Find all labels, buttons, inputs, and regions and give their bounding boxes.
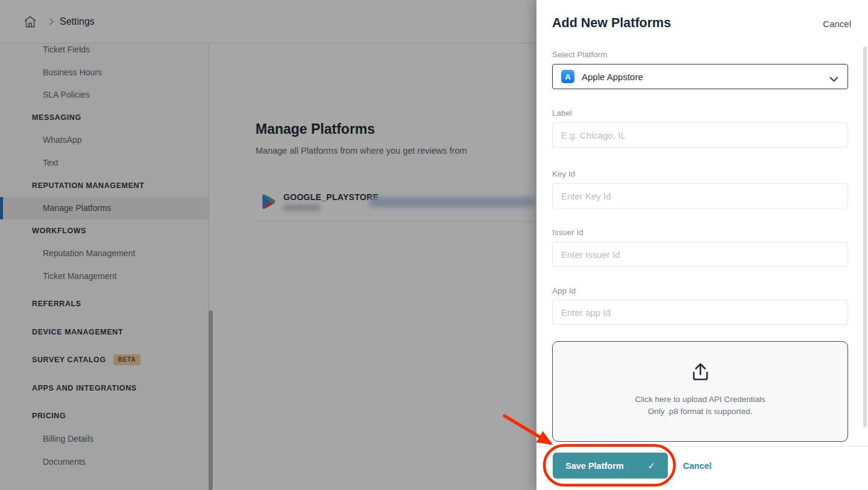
modal-dim-overlay[interactable] xyxy=(0,0,536,490)
label-input[interactable] xyxy=(552,122,848,148)
drawer-title: Add New Platforms xyxy=(552,16,671,31)
check-icon: ✓ xyxy=(647,460,655,471)
app-id-input[interactable] xyxy=(552,300,848,325)
select-platform-label: Select Platform xyxy=(552,50,608,59)
settings-page-background: Settings Ticket Fields Business Hours SL… xyxy=(0,0,536,490)
issuer-id-input[interactable] xyxy=(552,242,848,267)
key-id-field-label: Key Id xyxy=(552,169,575,178)
issuer-id-field-label: Issuer Id xyxy=(552,228,583,237)
save-platform-label: Save Platform xyxy=(565,461,624,471)
drawer-cancel-link-top[interactable]: Cancel xyxy=(823,19,851,29)
upload-credentials-dropzone[interactable]: Click here to upload API Credentials Onl… xyxy=(552,341,848,442)
label-field-label: Label xyxy=(552,108,572,118)
drawer-cancel-link-footer[interactable]: Cancel xyxy=(683,461,712,471)
upload-instruction-line1: Click here to upload API Credentials xyxy=(635,395,765,404)
apple-appstore-icon: A xyxy=(561,70,574,83)
select-platform-dropdown[interactable]: A Apple Appstore xyxy=(552,64,848,89)
upload-icon xyxy=(690,362,711,384)
chevron-down-icon xyxy=(829,74,838,85)
key-id-input[interactable] xyxy=(552,183,848,209)
app-id-field-label: App Id xyxy=(552,286,576,295)
drawer-scrollbar[interactable] xyxy=(863,46,867,427)
upload-instruction-line2: Only .p8 format is supported. xyxy=(648,407,752,416)
select-platform-value: Apple Appstore xyxy=(582,72,643,82)
save-platform-button[interactable]: Save Platform ✓ xyxy=(553,453,668,479)
drawer-footer: Save Platform ✓ Cancel xyxy=(536,446,868,490)
add-new-platforms-drawer: Add New Platforms Cancel Select Platform… xyxy=(536,0,868,490)
page: Settings Ticket Fields Business Hours SL… xyxy=(0,0,868,490)
